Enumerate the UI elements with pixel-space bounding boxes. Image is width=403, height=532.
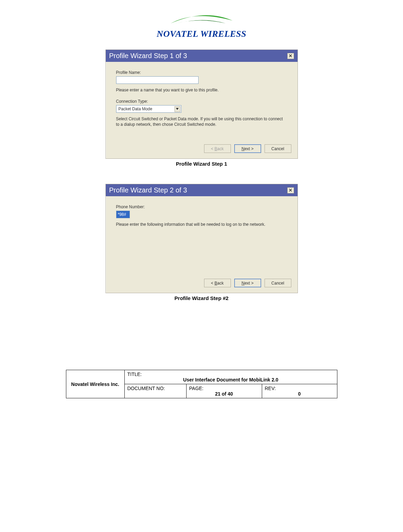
footer-docno-label: DOCUMENT NO:	[127, 386, 165, 391]
dialog2-button-row: < Back Next > Cancel	[106, 275, 298, 293]
back-button[interactable]: < Back	[204, 279, 231, 287]
close-glyph: ✕	[289, 53, 292, 58]
dialog2-title: Profile Wizard Step 2 of 3	[109, 186, 187, 194]
phone-number-input[interactable]	[116, 211, 130, 218]
footer-page-value: 21 of 40	[189, 391, 259, 397]
dialog1-titlebar: Profile Wizard Step 1 of 3 ✕	[106, 50, 298, 62]
footer-rev-label: REV:	[265, 386, 276, 391]
close-glyph: ✕	[289, 188, 292, 193]
profile-wizard-step1-dialog: Profile Wizard Step 1 of 3 ✕ Profile Nam…	[105, 49, 298, 159]
logo-text: NOVATEL WIRELESS	[0, 29, 403, 39]
footer-page-label: PAGE:	[189, 386, 204, 391]
dialog1-button-row: < Back Next > Cancel	[106, 141, 298, 158]
footer-title-label: TITLE:	[127, 372, 142, 377]
back-button-label: < Back	[211, 281, 224, 286]
dialog1-title: Profile Wizard Step 1 of 3	[109, 52, 187, 60]
next-button-label: Next >	[242, 146, 254, 151]
caption-step1: Profile Wizard Step 1	[0, 161, 403, 167]
connection-type-value: Packet Data Mode	[119, 107, 153, 111]
cancel-button[interactable]: Cancel	[265, 144, 291, 153]
connection-type-label: Connection Type:	[116, 99, 287, 104]
close-icon[interactable]: ✕	[287, 53, 294, 59]
back-button-label: < Back	[211, 146, 224, 151]
caption-step2: Profile Wizard Step #2	[0, 295, 403, 301]
footer-title-cell: TITLE: User Interface Document for MobiL…	[124, 370, 337, 384]
footer-title-value: User Interface Document for MobiLink 2.0	[127, 377, 334, 383]
chevron-down-icon[interactable]	[175, 106, 180, 112]
footer-company: Novatel Wireless Inc.	[66, 370, 124, 398]
next-button-label: Next >	[242, 281, 254, 286]
logo-area: NOVATEL WIRELESS	[0, 7, 403, 39]
cancel-button[interactable]: Cancel	[265, 279, 291, 287]
footer-page-cell: PAGE: 21 of 40	[186, 384, 262, 398]
footer-docno-cell: DOCUMENT NO:	[124, 384, 186, 398]
dialog1-body: Profile Name: Please enter a name that y…	[106, 62, 298, 141]
profile-wizard-step2-dialog: Profile Wizard Step 2 of 3 ✕ Phone Numbe…	[105, 184, 298, 293]
profile-name-hint: Please enter a name that you want to giv…	[116, 87, 287, 93]
connection-type-select[interactable]: Packet Data Mode	[116, 105, 181, 113]
phone-number-label: Phone Number:	[116, 204, 287, 209]
dialog2-body: Phone Number: Please enter the following…	[106, 196, 298, 275]
connection-type-hint: Select Circuit Switched or Packet Data m…	[116, 116, 287, 127]
back-button: < Back	[204, 144, 231, 153]
profile-name-input[interactable]	[116, 76, 199, 84]
next-button[interactable]: Next >	[234, 279, 261, 287]
close-icon[interactable]: ✕	[287, 187, 294, 193]
profile-name-label: Profile Name:	[116, 70, 287, 75]
footer-rev-cell: REV: 0	[262, 384, 337, 398]
footer-table: Novatel Wireless Inc. TITLE: User Interf…	[66, 370, 337, 398]
dialog2-titlebar: Profile Wizard Step 2 of 3 ✕	[106, 184, 298, 196]
footer-rev-value: 0	[265, 391, 334, 397]
phone-number-hint: Please enter the following information t…	[116, 222, 287, 227]
logo-swoosh-icon	[167, 7, 236, 27]
next-button[interactable]: Next >	[234, 144, 261, 153]
